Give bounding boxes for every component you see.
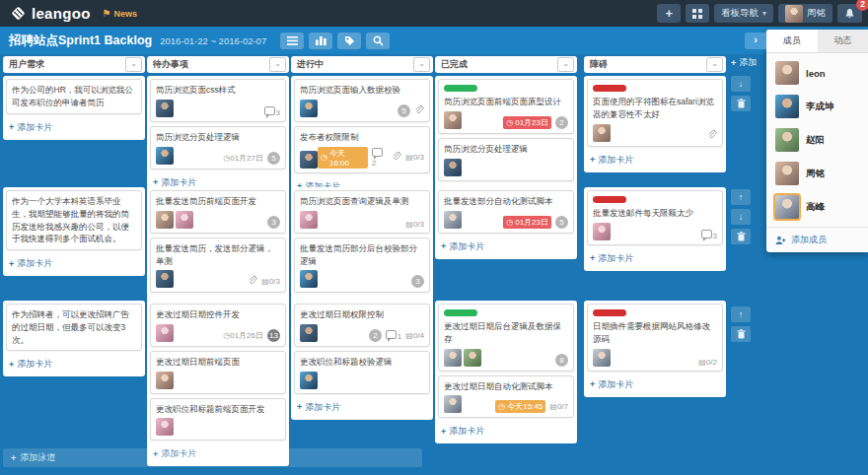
add-card-button[interactable]: +添加卡片 [587, 249, 723, 271]
card[interactable]: 更改过期日期权限控制21▤0/4 [294, 304, 430, 347]
card[interactable]: 页面使用的字符图标在safari浏览器的兼容性不太好 [587, 79, 723, 147]
plus-icon: + [9, 122, 14, 132]
plus-icon: + [441, 241, 446, 251]
member-row[interactable]: leon [766, 56, 868, 90]
member-row[interactable]: 赵阳 [766, 123, 868, 157]
chevron-down-icon[interactable]: ⌄ [125, 57, 142, 72]
chart-icon [316, 35, 326, 45]
card[interactable]: 简历浏览页面前端页面原型设计◷01月23日2 [438, 79, 574, 134]
plus-icon: + [11, 453, 16, 463]
clock-icon: ◷ [506, 218, 513, 227]
add-card-button[interactable]: +添加卡片 [438, 238, 574, 259]
member-row[interactable]: 李成坤 [766, 90, 868, 123]
add-card-button[interactable]: +添加卡片 [6, 254, 142, 276]
column-header: 障碍 ⌄ [584, 56, 726, 73]
board-tags-button[interactable] [337, 33, 361, 49]
move-swimlane-down-button[interactable]: ↓ [731, 209, 751, 225]
card[interactable]: 日期插件需要根据网站风格修改源码▤0/2 [587, 304, 723, 372]
board-chart-button[interactable] [309, 33, 332, 49]
avatar [156, 324, 174, 342]
notifications-button[interactable]: 2 [837, 4, 862, 23]
card-title: 简历浏览页面前端页面原型设计 [444, 96, 568, 108]
card[interactable]: 批量发送简历部分后台校验部分逻辑3 [294, 238, 430, 294]
delete-swimlane-button[interactable] [731, 229, 751, 244]
points-badge: 13 [267, 329, 280, 342]
search-icon [373, 35, 384, 46]
card[interactable]: 批量发送部分自动化测试脚本◷01月23日5 [438, 190, 574, 234]
card[interactable]: 发布者权限限制◷今天16:002▤0/3 [294, 126, 430, 173]
add-card-button[interactable]: +添加卡片 [438, 422, 574, 443]
member-name: 高峰 [806, 201, 825, 214]
checklist-icon: ▤ [405, 153, 413, 162]
card[interactable]: 简历浏览分页处理逻辑◷01月27日5 [150, 126, 286, 170]
add-member-button[interactable]: 添加成员 [766, 227, 868, 252]
chevron-down-icon[interactable]: ⌄ [413, 57, 430, 72]
card-label-red [593, 85, 626, 92]
plus-icon: + [590, 379, 595, 389]
add-board-button[interactable]: + [657, 4, 681, 23]
board-nav-dropdown[interactable]: 看板导航 ▾ [714, 4, 773, 23]
chevron-down-icon[interactable]: ⌄ [557, 57, 574, 72]
tab-activity[interactable]: 动态 [818, 30, 868, 52]
card[interactable]: 更改过期日期控件开发◷01月26日13 [150, 304, 286, 347]
user-menu-button[interactable]: 周铭 [778, 4, 832, 23]
member-row[interactable]: 高峰 [766, 190, 868, 224]
card[interactable]: 简历浏览页面输入数据校验5 [294, 79, 430, 122]
card[interactable]: 简历浏览页面查询逻辑及单测▤0/3 [294, 190, 430, 234]
list-panel: 批量发送邮件每天限额太少3+添加卡片 [584, 187, 726, 271]
trash-icon [737, 232, 746, 241]
add-card-button[interactable]: +添加卡片 [6, 355, 142, 376]
card[interactable]: 更改职位和标题校验逻辑 [294, 351, 430, 394]
news-link[interactable]: ⚑ News [103, 8, 137, 19]
delete-swimlane-button[interactable] [731, 326, 751, 342]
card[interactable]: 更改过期日期后台逻辑及数据保存8 [438, 304, 574, 372]
card[interactable]: 更改过期日期前端页面 [150, 351, 286, 394]
collapse-panel-button[interactable]: › [745, 33, 766, 49]
card-label-red [593, 309, 626, 316]
move-swimlane-up-button[interactable]: ↑ [731, 306, 751, 322]
due-date-badge: ◷01月23日 [503, 216, 551, 229]
chevron-down-icon[interactable]: ⌄ [706, 57, 723, 72]
card[interactable]: 作为招聘者，可以更改招聘广告的过期日期，但最多可以改变3次。 [6, 304, 142, 351]
tab-members[interactable]: 成员 [766, 30, 818, 52]
leangoo-logo[interactable]: leangoo [10, 5, 91, 22]
card[interactable]: 简历浏览页面css样式3 [150, 79, 286, 122]
points-badge: 2 [369, 329, 382, 342]
boards-grid-button[interactable] [686, 4, 709, 23]
add-card-button[interactable]: +添加卡片 [6, 118, 142, 140]
add-card-button[interactable]: +添加卡片 [587, 151, 723, 172]
delete-swimlane-button[interactable] [731, 96, 751, 111]
plus-icon: + [9, 360, 14, 370]
points-badge: 5 [267, 152, 280, 165]
member-name: 周铭 [806, 168, 825, 180]
card[interactable]: 批量发送邮件每天限额太少3 [587, 190, 723, 245]
card[interactable]: 更改过期日期自动化测试脚本◷今天15:45▤0/7 [438, 375, 574, 419]
card[interactable]: 简历浏览分页处理逻辑 [438, 138, 574, 181]
board-date-range: 2016-01-22 ~ 2016-02-07 [160, 35, 266, 46]
add-card-button[interactable]: +添加卡片 [587, 375, 723, 397]
avatar [300, 270, 318, 288]
card[interactable]: 批量发送简历，发送部分逻辑，单测▤0/3 [150, 238, 286, 294]
column-header: 用户需求 ⌄ [3, 56, 145, 73]
card[interactable]: 作为公司的HR，我可以浏览我公司发布职位的申请者简历 [6, 79, 142, 114]
add-swimlane-button[interactable]: + 添加泳道 [3, 448, 422, 467]
avatar [156, 147, 174, 165]
board-search-button[interactable] [366, 33, 390, 49]
list-panel: 简历浏览页面css样式3简历浏览分页处理逻辑◷01月27日5+添加卡片 [147, 76, 289, 195]
add-list-button[interactable]: + 添加 [731, 56, 770, 69]
add-card-button[interactable]: +添加卡片 [294, 398, 430, 420]
move-swimlane-down-button[interactable]: ↓ [731, 76, 751, 92]
attachment-icon [392, 151, 401, 164]
card[interactable]: 批量发送简历前端页面开发3 [150, 190, 286, 234]
card[interactable]: 作为一个大学本科英语系毕业生，我期望能够批量的将我的简历发送给我感兴趣的公司，以… [6, 190, 142, 250]
card[interactable]: 更改职位和标题前端页面开发 [150, 398, 286, 441]
avatar [775, 95, 799, 118]
board-menu-button[interactable] [280, 33, 304, 49]
move-swimlane-up-button[interactable]: ↑ [731, 189, 751, 205]
list-panel: 批量发送简历前端页面开发3批量发送简历，发送部分逻辑，单测▤0/3+添加卡片 [147, 187, 289, 318]
list-panel: 作为公司的HR，我可以浏览我公司发布职位的申请者简历+添加卡片 [3, 76, 145, 140]
chevron-down-icon[interactable]: ⌄ [269, 57, 286, 72]
swimlane-2-controls: ↑ ↓ [731, 189, 770, 248]
member-row[interactable]: 周铭 [766, 157, 868, 190]
avatar [775, 195, 799, 219]
